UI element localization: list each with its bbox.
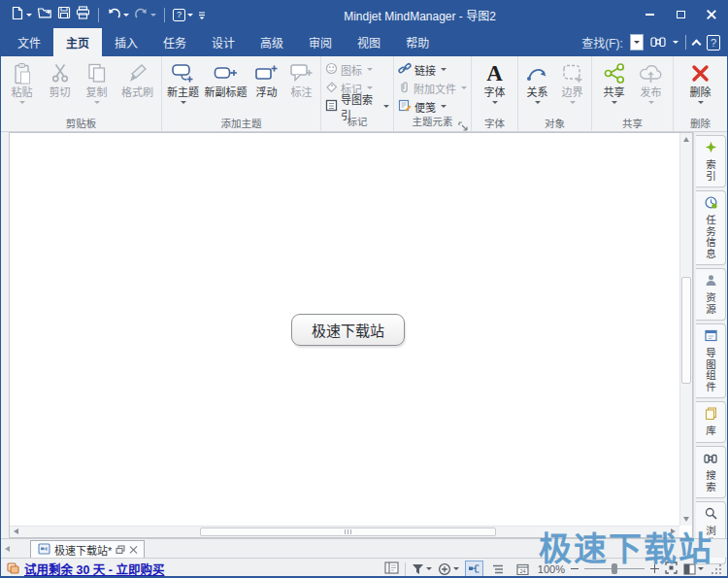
tab-task[interactable]: 任务 bbox=[150, 28, 199, 56]
fill-color-button[interactable] bbox=[683, 563, 704, 575]
zoom-slider-thumb[interactable] bbox=[612, 563, 617, 574]
redo-button[interactable] bbox=[134, 6, 156, 23]
share-button[interactable]: 共享 bbox=[596, 59, 633, 104]
save-button[interactable] bbox=[57, 6, 71, 23]
help-caret[interactable] bbox=[187, 14, 193, 17]
tab-scroll-left-button[interactable] bbox=[1, 540, 20, 558]
paste-caret[interactable] bbox=[19, 101, 25, 104]
sidebar-tab-index[interactable]: 索引 bbox=[696, 135, 726, 187]
central-topic[interactable]: 极速下载站 bbox=[291, 314, 405, 346]
publish-button[interactable]: 发布 bbox=[633, 59, 670, 104]
maximize-button[interactable] bbox=[665, 1, 696, 28]
new-topic-caret[interactable] bbox=[181, 101, 186, 104]
print-button[interactable] bbox=[76, 6, 90, 23]
filter-button[interactable] bbox=[412, 563, 432, 575]
tab-design[interactable]: 设计 bbox=[199, 28, 248, 56]
vertical-scroll-thumb[interactable] bbox=[681, 277, 691, 384]
undo-button[interactable] bbox=[107, 6, 129, 23]
help-button[interactable]: ? bbox=[173, 9, 193, 21]
quick-zoom-button[interactable] bbox=[438, 562, 459, 576]
new-document-caret[interactable] bbox=[26, 14, 32, 17]
format-painter-button[interactable]: 格式刷 bbox=[116, 59, 160, 99]
scroll-down-arrow[interactable] bbox=[683, 517, 689, 522]
binoculars-icon[interactable] bbox=[650, 34, 666, 51]
copy-caret[interactable] bbox=[94, 101, 100, 104]
document-tab[interactable]: 极速下载站* bbox=[30, 540, 145, 558]
delete-button[interactable]: 删除 bbox=[681, 59, 720, 104]
ribbon-help-icon[interactable]: ? bbox=[707, 35, 720, 51]
horizontal-scroll-thumb[interactable] bbox=[200, 527, 496, 536]
link-button[interactable]: 链接 bbox=[398, 61, 467, 78]
trial-purchase-link[interactable]: 试用剩余 30 天 - 立即购买 bbox=[7, 560, 164, 578]
zoom-out-button[interactable] bbox=[571, 568, 579, 570]
tab-advanced[interactable]: 高级 bbox=[248, 28, 296, 56]
font-button[interactable]: A 字体 bbox=[476, 59, 514, 104]
relationship-caret[interactable] bbox=[535, 101, 541, 104]
icons-button[interactable]: 图标 bbox=[325, 61, 389, 78]
find-input[interactable] bbox=[630, 34, 644, 51]
tab-view[interactable]: 视图 bbox=[345, 28, 393, 56]
share-caret[interactable] bbox=[612, 101, 617, 104]
link-caret[interactable] bbox=[441, 68, 447, 71]
undo-caret[interactable] bbox=[123, 14, 129, 17]
sidebar-tab-library[interactable]: 库 bbox=[696, 401, 726, 443]
tab-home[interactable]: 主页 bbox=[53, 28, 102, 56]
open-button[interactable] bbox=[37, 6, 52, 23]
zoom-slider[interactable] bbox=[584, 568, 645, 569]
copy-button[interactable]: 复制 bbox=[79, 59, 116, 104]
horizontal-scrollbar[interactable] bbox=[10, 526, 679, 537]
close-button[interactable] bbox=[696, 1, 727, 28]
tab-file[interactable]: 文件 bbox=[5, 28, 53, 56]
scroll-up-arrow[interactable] bbox=[683, 137, 689, 142]
schedule-view-button[interactable]: 24 bbox=[513, 561, 532, 577]
map-view-button[interactable] bbox=[465, 561, 483, 577]
notes-button[interactable]: 便笺 bbox=[398, 98, 467, 115]
sidebar-tab-resources[interactable]: 资源 bbox=[696, 268, 726, 321]
resize-grip[interactable] bbox=[711, 564, 721, 574]
sidebar-tab-task-info[interactable]: 任务信息 bbox=[696, 190, 726, 265]
attach-file-caret[interactable] bbox=[461, 86, 467, 89]
new-subtopic-button[interactable]: 新副标题 bbox=[203, 59, 249, 99]
collapse-ribbon-icon[interactable] bbox=[691, 39, 701, 49]
quick-zoom-caret[interactable] bbox=[453, 567, 459, 570]
boundary-button[interactable]: 边界 bbox=[555, 59, 590, 104]
sidebar-tab-map-parts[interactable]: 导图组件 bbox=[696, 323, 726, 398]
tab-review[interactable]: 审阅 bbox=[296, 28, 345, 56]
tab-insert[interactable]: 插入 bbox=[102, 28, 150, 56]
find-options-caret[interactable] bbox=[673, 41, 678, 44]
outline-view-button[interactable] bbox=[489, 561, 508, 577]
minimize-button[interactable] bbox=[634, 1, 665, 28]
tab-help[interactable]: 帮助 bbox=[393, 28, 442, 56]
tags-caret[interactable] bbox=[367, 86, 373, 89]
callout-button[interactable]: 标注 bbox=[284, 59, 319, 99]
zoom-in-button[interactable] bbox=[650, 564, 659, 573]
icons-caret[interactable] bbox=[367, 68, 373, 71]
floating-topic-button[interactable]: 浮动 bbox=[249, 59, 284, 99]
new-topic-button[interactable]: 新主题 bbox=[164, 59, 203, 104]
relationship-button[interactable]: 关系 bbox=[520, 59, 555, 104]
scroll-right-arrow[interactable] bbox=[671, 528, 676, 534]
sidebar-tab-search[interactable]: 搜索 bbox=[696, 446, 726, 498]
properties-panel-icon[interactable] bbox=[384, 561, 399, 576]
font-caret[interactable] bbox=[492, 101, 498, 104]
zoom-level-text[interactable]: 100% bbox=[538, 563, 565, 575]
boundary-caret[interactable] bbox=[570, 101, 576, 104]
delete-caret[interactable] bbox=[698, 101, 704, 104]
publish-caret[interactable] bbox=[648, 101, 654, 104]
tab-properties-icon[interactable] bbox=[116, 544, 125, 556]
map-index-button[interactable]: 导图索引 bbox=[325, 98, 389, 115]
fit-map-button[interactable] bbox=[665, 561, 678, 576]
customize-toolbar-button[interactable] bbox=[198, 6, 206, 23]
topic-elements-dialog-launcher[interactable] bbox=[458, 119, 469, 129]
filter-caret[interactable] bbox=[426, 567, 432, 570]
cut-button[interactable]: 剪切 bbox=[42, 59, 79, 99]
vertical-scrollbar[interactable] bbox=[679, 133, 692, 526]
find-combo-caret[interactable] bbox=[634, 41, 640, 44]
redo-caret[interactable] bbox=[150, 14, 156, 17]
map-canvas[interactable]: 极速下载站 bbox=[9, 132, 693, 538]
new-document-button[interactable] bbox=[11, 6, 32, 24]
scroll-left-arrow[interactable] bbox=[14, 528, 18, 534]
tab-close-icon[interactable] bbox=[129, 546, 137, 554]
notes-caret[interactable] bbox=[441, 105, 447, 108]
map-index-caret[interactable] bbox=[383, 105, 389, 108]
